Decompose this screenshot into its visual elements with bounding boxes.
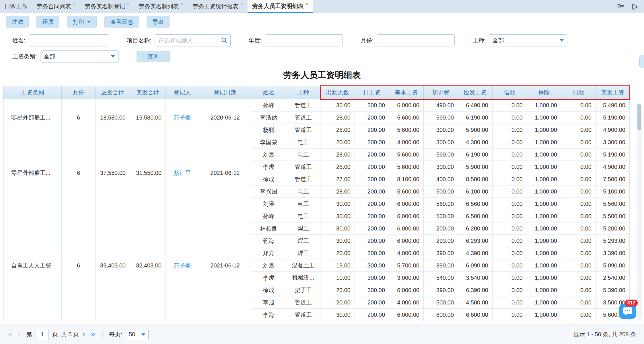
name-cell: 杨聪 bbox=[251, 124, 286, 136]
deduction-cell: 0.00 bbox=[561, 259, 596, 272]
registrar-link[interactable]: 苑子豪 bbox=[174, 262, 191, 269]
overtime-cell: 390.00 bbox=[424, 247, 458, 259]
last-page-button[interactable]: » bbox=[91, 331, 95, 338]
column-header-15[interactable]: 保险 bbox=[527, 86, 561, 99]
base-wage-cell: 6,000.00 bbox=[389, 284, 424, 296]
column-header-6[interactable]: 登记日期 bbox=[199, 86, 251, 99]
next-page-button[interactable]: › bbox=[82, 331, 85, 338]
column-header-12[interactable]: 加班费 bbox=[424, 86, 458, 99]
column-header-14[interactable]: 借款 bbox=[493, 86, 527, 99]
filter-button[interactable]: 过滤 bbox=[6, 16, 29, 28]
tab-4[interactable]: 劳务实名制列表× bbox=[134, 0, 188, 13]
deduction-cell: 0.00 bbox=[561, 136, 596, 148]
registrar-link[interactable]: 苑子豪 bbox=[174, 114, 191, 121]
project-input[interactable] bbox=[155, 34, 231, 46]
page-number-input[interactable] bbox=[36, 329, 49, 340]
insurance-cell: 1,000.00 bbox=[527, 309, 561, 321]
loan-cell: 0.00 bbox=[493, 247, 527, 259]
table-scrollbar-thumb[interactable] bbox=[637, 104, 641, 130]
column-header-13[interactable]: 应发工资 bbox=[458, 86, 493, 99]
actual-wage-cell: 3,300.00 bbox=[596, 136, 630, 148]
per-page-select[interactable]: 50 bbox=[126, 329, 149, 340]
month-label: 月份: bbox=[361, 37, 374, 44]
tab-label: 日常工作 bbox=[5, 3, 28, 10]
salary-type-cell: 零星外部雇工... bbox=[4, 136, 62, 210]
worktype-select-value: 全部 bbox=[493, 37, 504, 44]
column-header-5[interactable]: 登记人 bbox=[166, 86, 199, 99]
overtime-cell: 300.00 bbox=[424, 136, 458, 148]
records-summary: 显示 1 - 50 条, 共 208 条 bbox=[573, 331, 636, 338]
deduction-cell: 0.00 bbox=[561, 124, 596, 136]
payable-cell: 8,500.00 bbox=[458, 173, 493, 185]
column-header-11[interactable]: 基本工资 bbox=[389, 86, 424, 99]
name-cell: 李虎 bbox=[251, 272, 286, 284]
name-cell: 孙峰 bbox=[251, 210, 286, 222]
insurance-cell: 1,000.00 bbox=[527, 272, 561, 284]
deduction-cell: 0.00 bbox=[561, 222, 596, 235]
column-header-4[interactable]: 实发合计 bbox=[130, 86, 166, 99]
loan-cell: 0.00 bbox=[493, 284, 527, 296]
overtime-cell: 390.00 bbox=[424, 259, 458, 272]
name-cell: 李旭 bbox=[251, 296, 286, 309]
restore-button[interactable]: 还原 bbox=[36, 16, 59, 28]
tab-close-icon[interactable]: × bbox=[240, 2, 243, 7]
column-header-2[interactable]: 月份 bbox=[62, 86, 96, 99]
column-header-10[interactable]: 日工资 bbox=[355, 86, 389, 99]
side-panel-handle[interactable] bbox=[639, 55, 644, 68]
key-icon[interactable] bbox=[617, 3, 624, 10]
project-label: 项目名称: bbox=[127, 37, 152, 44]
tab-close-icon[interactable]: × bbox=[306, 1, 308, 6]
name-cell: 林柏良 bbox=[251, 222, 286, 235]
query-button[interactable]: 查询 bbox=[137, 51, 170, 62]
first-page-button[interactable]: « bbox=[8, 331, 12, 338]
tab-3[interactable]: 劳务实名制登记× bbox=[80, 0, 134, 13]
column-header-3[interactable]: 应发合计 bbox=[96, 86, 130, 99]
logout-icon[interactable] bbox=[631, 3, 638, 10]
tab-close-icon[interactable]: × bbox=[181, 2, 184, 7]
base-wage-cell: 6,000.00 bbox=[389, 235, 424, 247]
page-title: 劳务人员工资明细表 bbox=[0, 69, 644, 81]
column-header-9[interactable]: 出勤天数 bbox=[320, 86, 355, 99]
overtime-cell: 560.00 bbox=[424, 198, 458, 210]
salary-type-cell: 自有工人人工费 bbox=[4, 210, 62, 321]
worktype-select[interactable]: 全部 bbox=[489, 34, 567, 46]
base-wage-cell: 6,000.00 bbox=[389, 309, 424, 321]
name-cell: 刘曦 bbox=[251, 198, 286, 210]
column-header-16[interactable]: 扣款 bbox=[561, 86, 596, 99]
column-header-17[interactable]: 实发工资 bbox=[596, 86, 630, 99]
search-icon[interactable] bbox=[221, 37, 228, 44]
name-cell: 刘晨 bbox=[251, 259, 286, 272]
name-input[interactable] bbox=[29, 34, 109, 46]
base-wage-cell: 6,000.00 bbox=[389, 198, 424, 210]
chat-button[interactable]: 812 bbox=[619, 304, 636, 319]
column-header-7[interactable]: 姓名 bbox=[251, 86, 286, 99]
print-button[interactable]: 打印 bbox=[67, 16, 97, 28]
name-label: 姓名: bbox=[12, 37, 26, 44]
total-payable-cell: 39,403.00 bbox=[96, 210, 130, 321]
attendance-cell: 10.00 bbox=[320, 272, 355, 284]
column-header-1[interactable]: 工资类别 bbox=[4, 86, 62, 99]
view-log-button[interactable]: 查看日志 bbox=[104, 16, 139, 28]
actual-wage-cell: 3,390.00 bbox=[596, 247, 630, 259]
tab-close-icon[interactable]: × bbox=[127, 2, 130, 7]
export-button[interactable]: 导出 bbox=[147, 16, 170, 28]
tab-6[interactable]: 劳务人员工资明细表× bbox=[248, 0, 313, 13]
month-input[interactable] bbox=[377, 34, 455, 46]
actual-wage-cell: 5,500.00 bbox=[596, 210, 630, 222]
insurance-cell: 1,000.00 bbox=[527, 235, 561, 247]
button-label: 导出 bbox=[152, 18, 164, 26]
tab-1[interactable]: 日常工作 bbox=[0, 0, 32, 13]
chat-bubble-icon bbox=[623, 307, 633, 316]
worktype-label: 工种: bbox=[472, 37, 486, 44]
loan-cell: 0.00 bbox=[493, 161, 527, 173]
tab-2[interactable]: 劳务合同列表× bbox=[32, 0, 80, 13]
year-input[interactable] bbox=[265, 34, 343, 46]
column-header-8[interactable]: 工种 bbox=[286, 86, 320, 99]
overtime-cell: 293.00 bbox=[424, 235, 458, 247]
prev-page-button[interactable]: ‹ bbox=[18, 331, 21, 338]
tab-close-icon[interactable]: × bbox=[73, 2, 76, 7]
registrar-link[interactable]: 蔡江平 bbox=[174, 170, 191, 176]
insurance-cell: 1,000.00 bbox=[527, 198, 561, 210]
tab-5[interactable]: 劳务工资统计报表× bbox=[188, 0, 248, 13]
salary-type-select[interactable]: 全部 bbox=[40, 50, 119, 62]
